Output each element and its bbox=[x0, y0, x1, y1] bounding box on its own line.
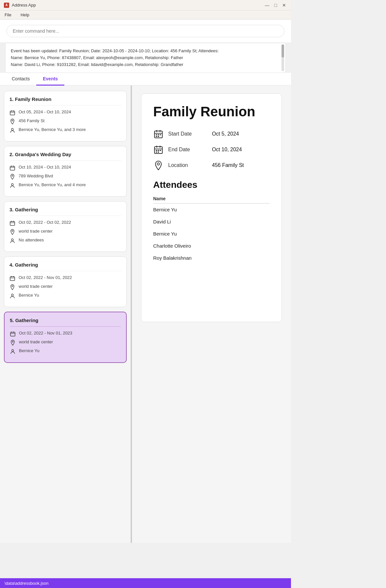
svg-point-48 bbox=[157, 163, 160, 165]
svg-point-23 bbox=[11, 294, 13, 296]
event-date-2: Oct 10, 2024 - Oct 10, 2024 bbox=[9, 165, 121, 171]
location-icon-1 bbox=[9, 119, 15, 124]
menu-help[interactable]: Help bbox=[19, 12, 31, 18]
table-row: Roy Balakrishnan bbox=[153, 252, 270, 264]
location-icon-2 bbox=[9, 174, 15, 180]
event-location-4: world trade center bbox=[9, 284, 121, 290]
svg-rect-6 bbox=[10, 166, 15, 170]
window-controls: — □ ✕ bbox=[264, 2, 287, 8]
person-icon-1 bbox=[9, 127, 15, 133]
tab-events[interactable]: Events bbox=[36, 73, 64, 86]
event-attendees-1: Bernice Yu, Bernice Yu, and 3 more bbox=[9, 127, 121, 133]
title-bar: A Address App — □ ✕ bbox=[0, 0, 291, 10]
svg-rect-46 bbox=[156, 152, 157, 153]
status-bar: \data\addressbook.json bbox=[0, 578, 291, 588]
notification-scrollbar-thumb bbox=[281, 44, 284, 57]
person-icon-3 bbox=[9, 238, 15, 244]
event-title-5: 5. Gathering bbox=[10, 318, 121, 327]
calendar-end-icon bbox=[153, 144, 164, 155]
event-date-1: Oct 05, 2024 - Oct 10, 2024 bbox=[9, 109, 121, 116]
event-card-5[interactable]: 5. Gathering Oct 02, 2022 - Nov 01, 2023 bbox=[4, 312, 127, 363]
location-icon-3 bbox=[9, 229, 15, 235]
svg-point-4 bbox=[12, 120, 13, 122]
detail-start-date-row: Start Date Oct 5, 2024 bbox=[153, 129, 270, 139]
svg-rect-37 bbox=[156, 136, 157, 137]
detail-card: Family Reunion Start bbox=[141, 93, 282, 322]
svg-point-5 bbox=[11, 128, 13, 130]
calendar-icon-4 bbox=[9, 275, 15, 281]
close-button[interactable]: ✕ bbox=[281, 2, 287, 8]
notification-line1: Event has been updated: Family Reunion; … bbox=[11, 48, 280, 55]
command-input[interactable] bbox=[7, 25, 284, 37]
event-date-3: Oct 02, 2022 - Oct 02, 2022 bbox=[9, 220, 121, 226]
table-row: Bernice Yu bbox=[153, 228, 270, 240]
person-icon-2 bbox=[9, 183, 15, 188]
event-card-2[interactable]: 2. Grandpa's Wedding Day Oct 10, 2024 - … bbox=[4, 146, 127, 197]
calendar-icon-1 bbox=[9, 110, 15, 116]
detail-location-row: Location 456 Family St bbox=[153, 160, 270, 171]
event-title-1: 1. Family Reunion bbox=[9, 96, 121, 106]
app-title: Address App bbox=[12, 3, 36, 8]
maximize-button[interactable]: □ bbox=[273, 2, 279, 8]
detail-end-date-value: Oct 10, 2024 bbox=[212, 147, 242, 153]
svg-point-16 bbox=[12, 231, 13, 232]
svg-rect-38 bbox=[158, 136, 159, 137]
svg-rect-24 bbox=[10, 332, 15, 336]
svg-point-11 bbox=[11, 184, 13, 186]
location-detail-icon bbox=[153, 160, 164, 171]
status-path: \data\addressbook.json bbox=[5, 581, 48, 586]
calendar-icon-2 bbox=[9, 165, 15, 171]
svg-rect-45 bbox=[160, 150, 161, 151]
main-content: 1. Family Reunion Oct 05, 2024 - Oct 10,… bbox=[0, 86, 291, 543]
attendee-name: Bernice Yu bbox=[153, 228, 270, 240]
right-panel: Family Reunion Start bbox=[132, 86, 291, 543]
table-row: Charlotte Oliveiro bbox=[153, 240, 270, 252]
event-attendees-3: No attendees bbox=[9, 237, 121, 244]
detail-location-label: Location bbox=[168, 162, 207, 168]
svg-rect-43 bbox=[156, 150, 157, 151]
app-icon: A bbox=[4, 3, 9, 8]
notification-scrollbar[interactable] bbox=[281, 44, 284, 71]
attendees-table: Name Bernice YuDavid LiBernice YuCharlot… bbox=[153, 194, 270, 264]
event-card-4[interactable]: 4. Gathering Oct 02, 2022 - Nov 01, 2022 bbox=[4, 256, 127, 307]
svg-rect-0 bbox=[10, 111, 15, 115]
notification-line2: Name: Bernice Yu, Phone: 87438807, Email… bbox=[11, 55, 280, 61]
event-location-2: 789 Wedding Blvd bbox=[9, 173, 121, 180]
event-card-3[interactable]: 3. Gathering Oct 02, 2022 - Oct 02, 2022 bbox=[4, 201, 127, 252]
calendar-start-icon bbox=[153, 129, 164, 139]
person-icon-4 bbox=[9, 293, 15, 299]
minimize-button[interactable]: — bbox=[264, 2, 270, 8]
table-row: Bernice Yu bbox=[153, 203, 270, 216]
svg-rect-44 bbox=[158, 150, 159, 151]
detail-start-date-value: Oct 5, 2024 bbox=[212, 131, 239, 137]
event-card-1[interactable]: 1. Family Reunion Oct 05, 2024 - Oct 10,… bbox=[4, 91, 127, 141]
svg-point-10 bbox=[12, 175, 13, 177]
menu-file[interactable]: File bbox=[3, 12, 13, 18]
calendar-icon-3 bbox=[9, 220, 15, 226]
event-attendees-5: Bernice Yu bbox=[10, 348, 121, 354]
svg-rect-36 bbox=[160, 134, 161, 135]
svg-point-22 bbox=[12, 286, 13, 287]
attendees-section: Attendees Name Bernice YuDavid LiBernice… bbox=[153, 180, 270, 264]
event-date-4: Oct 02, 2022 - Nov 01, 2022 bbox=[9, 275, 121, 281]
event-location-1: 456 Family St bbox=[9, 118, 121, 124]
notification-line3: Name: David Li, Phone: 91031282, Email: … bbox=[11, 61, 280, 68]
left-panel: 1. Family Reunion Oct 05, 2024 - Oct 10,… bbox=[0, 86, 131, 543]
svg-rect-34 bbox=[156, 134, 157, 135]
svg-point-28 bbox=[12, 341, 13, 343]
svg-rect-12 bbox=[10, 221, 15, 225]
notification-area: Event has been updated: Family Reunion; … bbox=[5, 43, 286, 73]
tab-contacts[interactable]: Contacts bbox=[5, 73, 36, 86]
event-title-2: 2. Grandpa's Wedding Day bbox=[9, 152, 121, 161]
event-attendees-2: Bernice Yu, Bernice Yu, and 4 more bbox=[9, 182, 121, 188]
event-location-3: world trade center bbox=[9, 229, 121, 235]
attendee-name: David Li bbox=[153, 216, 270, 228]
detail-event-title: Family Reunion bbox=[153, 104, 270, 119]
event-location-5: world trade center bbox=[10, 339, 121, 346]
attendee-name: Charlotte Oliveiro bbox=[153, 240, 270, 252]
event-title-4: 4. Gathering bbox=[9, 262, 121, 271]
svg-point-17 bbox=[11, 239, 13, 241]
svg-rect-35 bbox=[158, 134, 159, 135]
command-area bbox=[0, 20, 291, 43]
tabs: Contacts Events bbox=[0, 73, 291, 86]
